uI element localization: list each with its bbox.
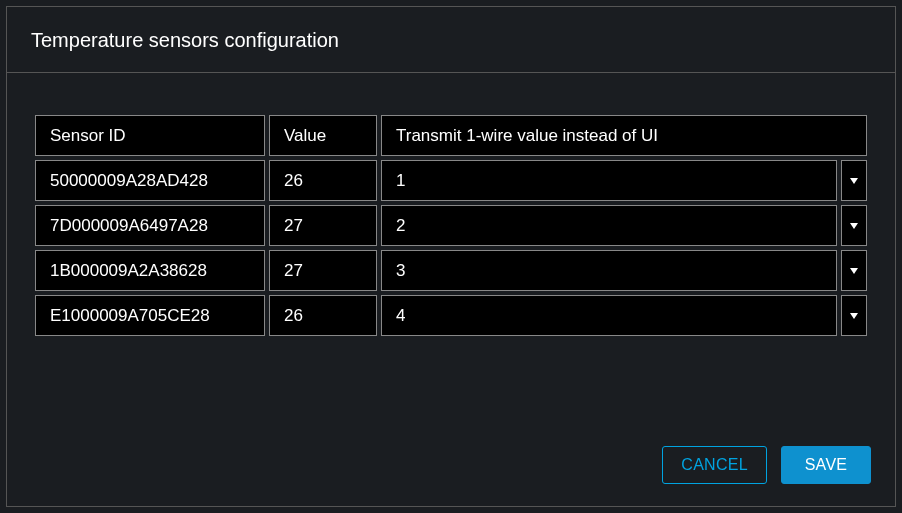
transmit-select-value: 3 <box>381 250 837 291</box>
cell-transmit: 1 <box>381 160 867 201</box>
cell-sensor-id: 1B000009A2A38628 <box>35 250 265 291</box>
transmit-select[interactable]: 1 <box>381 160 867 201</box>
sensor-config-dialog: Temperature sensors configuration Sensor… <box>6 6 896 507</box>
transmit-select-caret[interactable] <box>841 295 867 336</box>
table-header-row: Sensor ID Value Transmit 1-wire value in… <box>35 115 867 156</box>
caret-down-icon <box>850 268 858 274</box>
transmit-select[interactable]: 2 <box>381 205 867 246</box>
cell-value: 27 <box>269 205 377 246</box>
sensor-table: Sensor ID Value Transmit 1-wire value in… <box>31 111 871 340</box>
table-row: 1B000009A2A38628 27 3 <box>35 250 867 291</box>
transmit-select-caret[interactable] <box>841 205 867 246</box>
caret-down-icon <box>850 223 858 229</box>
cancel-button[interactable]: CANCEL <box>662 446 767 484</box>
transmit-select-caret[interactable] <box>841 160 867 201</box>
cell-sensor-id: 50000009A28AD428 <box>35 160 265 201</box>
cell-sensor-id: 7D000009A6497A28 <box>35 205 265 246</box>
table-row: 50000009A28AD428 26 1 <box>35 160 867 201</box>
dialog-title: Temperature sensors configuration <box>31 29 871 52</box>
dialog-footer: CANCEL SAVE <box>31 446 871 486</box>
header-sensor-id: Sensor ID <box>35 115 265 156</box>
dialog-body: Sensor ID Value Transmit 1-wire value in… <box>7 73 895 506</box>
sensor-table-wrap: Sensor ID Value Transmit 1-wire value in… <box>31 111 871 446</box>
cell-transmit: 2 <box>381 205 867 246</box>
cell-sensor-id: E1000009A705CE28 <box>35 295 265 336</box>
caret-down-icon <box>850 178 858 184</box>
transmit-select[interactable]: 4 <box>381 295 867 336</box>
save-button[interactable]: SAVE <box>781 446 871 484</box>
transmit-select-value: 2 <box>381 205 837 246</box>
cell-value: 26 <box>269 295 377 336</box>
cell-value: 27 <box>269 250 377 291</box>
header-transmit: Transmit 1-wire value instead of UI <box>381 115 867 156</box>
transmit-select-value: 1 <box>381 160 837 201</box>
caret-down-icon <box>850 313 858 319</box>
transmit-select-value: 4 <box>381 295 837 336</box>
dialog-header: Temperature sensors configuration <box>7 7 895 73</box>
table-row: 7D000009A6497A28 27 2 <box>35 205 867 246</box>
cell-value: 26 <box>269 160 377 201</box>
cell-transmit: 3 <box>381 250 867 291</box>
cell-transmit: 4 <box>381 295 867 336</box>
transmit-select-caret[interactable] <box>841 250 867 291</box>
transmit-select[interactable]: 3 <box>381 250 867 291</box>
header-value: Value <box>269 115 377 156</box>
table-row: E1000009A705CE28 26 4 <box>35 295 867 336</box>
